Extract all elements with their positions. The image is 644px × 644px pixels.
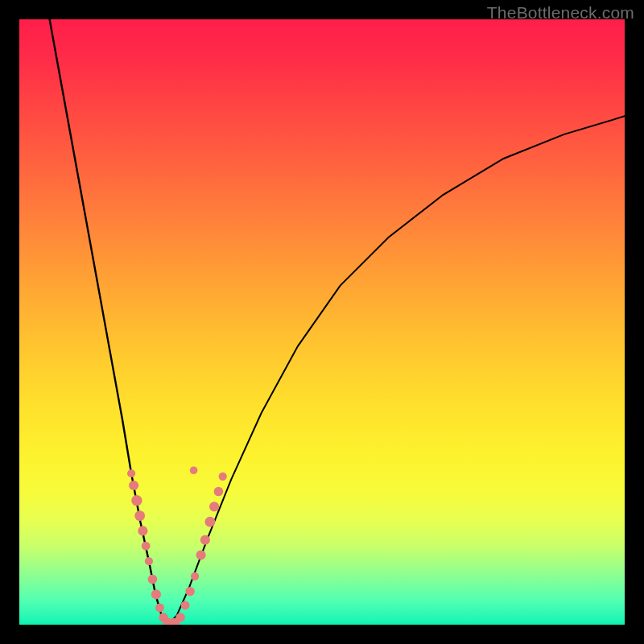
curve-marker: [155, 604, 164, 613]
curve-marker: [191, 572, 199, 580]
curve-marker: [209, 502, 219, 511]
curve-marker: [196, 550, 206, 559]
curve-marker: [190, 466, 198, 474]
curve-marker: [131, 495, 142, 506]
curve-marker: [151, 589, 161, 599]
curve-marker: [134, 510, 145, 521]
marker-group: [127, 466, 227, 625]
curve-marker: [200, 535, 210, 545]
curve-marker: [138, 526, 147, 535]
outer-frame: TheBottleneck.com: [0, 0, 644, 644]
curve-marker: [142, 542, 151, 551]
curve-marker: [148, 575, 158, 584]
curve-marker: [175, 613, 185, 622]
curve-left-branch: [50, 19, 168, 625]
plot-area: [19, 19, 625, 625]
curve-marker: [127, 469, 135, 477]
curve-marker: [145, 557, 153, 565]
curve-marker: [181, 601, 190, 610]
curve-right-branch: [167, 116, 625, 625]
curve-marker: [185, 587, 195, 597]
curve-marker: [204, 517, 215, 527]
curve-marker: [219, 473, 227, 481]
chart-svg: [19, 19, 625, 625]
watermark-text: TheBottleneck.com: [487, 3, 634, 23]
curve-marker: [214, 487, 224, 497]
curve-marker: [129, 481, 138, 490]
